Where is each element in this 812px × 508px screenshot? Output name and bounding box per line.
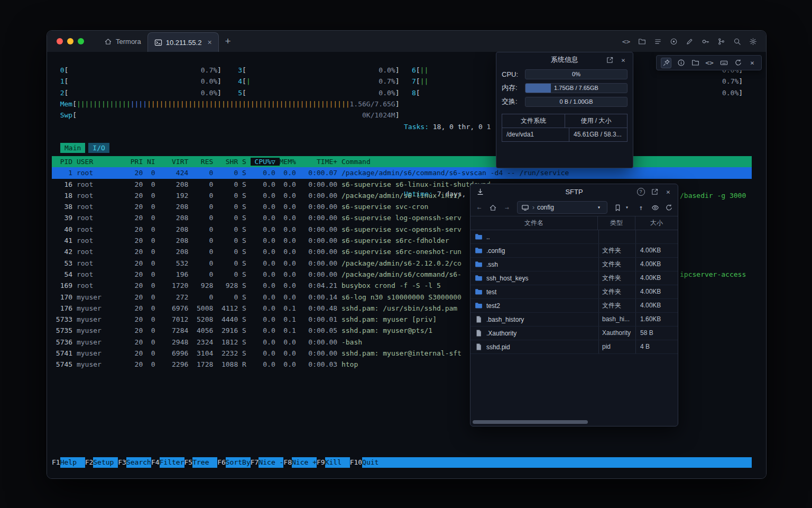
cpu-meter-line: 2[ 0.0%] 5[ 0.0%] 8[ 0.0%]: [52, 87, 743, 98]
fn-key[interactable]: F5: [184, 457, 193, 468]
cpu-meter-line: 1[ 0.0%] 4[| 0.7%] 7[|| 0.7%]: [52, 76, 743, 87]
file-row[interactable]: .config文件夹4.00KB: [470, 244, 678, 258]
file-row[interactable]: .XauthorityXauthority58 B: [470, 326, 678, 340]
file-row[interactable]: .bash_historybash_hi...1.60KB: [470, 313, 678, 326]
fn-key[interactable]: F9: [317, 457, 325, 468]
file-type: 文件夹: [598, 271, 635, 285]
code-icon[interactable]: <>: [622, 37, 631, 46]
column-header-type[interactable]: 类型: [597, 216, 635, 230]
fn-key[interactable]: F7: [251, 457, 259, 468]
fn-label[interactable]: Tree: [192, 457, 217, 468]
maximize-button[interactable]: [78, 38, 84, 44]
close-tab-icon[interactable]: ×: [207, 38, 211, 47]
tab-io[interactable]: I/O: [88, 143, 109, 153]
fn-label[interactable]: Help: [60, 457, 85, 468]
new-tab-button[interactable]: +: [219, 35, 237, 47]
file-size: 1.60KB: [635, 313, 678, 326]
help-icon[interactable]: ?: [636, 187, 645, 196]
home-icon: [104, 38, 112, 46]
close-icon[interactable]: ×: [748, 58, 757, 68]
code-icon[interactable]: <>: [705, 58, 714, 68]
keyboard-icon[interactable]: [719, 58, 728, 68]
file-size: 4 B: [635, 340, 678, 353]
folder-icon[interactable]: [690, 58, 700, 68]
log-icon[interactable]: [653, 37, 662, 46]
open-in-window-icon[interactable]: [605, 56, 614, 64]
fn-label[interactable]: Filter: [160, 457, 184, 468]
fn-key[interactable]: F4: [151, 457, 160, 468]
close-button[interactable]: [57, 38, 63, 44]
parent-directory-icon[interactable]: ↑: [637, 203, 645, 212]
branch-icon[interactable]: [717, 37, 726, 46]
fn-key[interactable]: F10: [350, 457, 362, 468]
tab-host-10-211-55-2[interactable]: 10.211.55.2 ×: [147, 32, 219, 52]
file-list: ...config文件夹4.00KB.ssh文件夹4.00KBssh_host_…: [470, 230, 678, 354]
minimize-button[interactable]: [67, 38, 73, 44]
file-name: .ssh: [486, 261, 498, 268]
folder-icon[interactable]: [638, 37, 647, 46]
filesystem-row[interactable]: /dev/vda1 45.61GB / 58.3...: [502, 128, 627, 141]
fn-key[interactable]: F3: [118, 457, 126, 468]
fn-key[interactable]: F6: [217, 457, 226, 468]
horizontal-scrollbar-thumb[interactable]: [473, 420, 588, 424]
file-row[interactable]: .ssh文件夹4.00KB: [470, 258, 678, 271]
file-type: 文件夹: [598, 244, 635, 257]
close-panel-icon[interactable]: ×: [619, 56, 628, 64]
fn-label[interactable]: Quit: [362, 457, 387, 468]
fn-key[interactable]: F2: [85, 457, 94, 468]
memory-meter-row: 内存: 1.75GB / 7.65GB: [496, 81, 633, 95]
swap-usage-bar: 0 B / 1.00GB: [525, 97, 628, 107]
tab-termora[interactable]: Termora: [98, 31, 147, 52]
refresh-icon[interactable]: [733, 58, 743, 68]
tab-main[interactable]: Main: [60, 143, 85, 153]
file-type: 文件夹: [598, 299, 635, 312]
file-name: .Xauthority: [486, 330, 516, 337]
file-table-header: 文件名 类型 大小: [470, 216, 678, 230]
edit-icon[interactable]: [685, 37, 694, 46]
file-row[interactable]: ssh_host_keys文件夹4.00KB: [470, 271, 678, 285]
fn-label[interactable]: Nice -: [259, 457, 283, 468]
terminal-view[interactable]: 0[ 0.7%] 3[ 0.0%] 6[|| 0.0%] 1[: [47, 52, 766, 478]
file-icon: [475, 329, 483, 337]
fn-label[interactable]: Kill: [325, 457, 350, 468]
pin-icon[interactable]: [661, 58, 671, 68]
fn-label[interactable]: Search: [126, 457, 151, 468]
process-row[interactable]: 1 root 20 0 424 0 0 S 0.0 0.0 0:00.07 /p…: [52, 167, 752, 178]
close-panel-icon[interactable]: ×: [664, 187, 672, 196]
back-icon[interactable]: ←: [475, 203, 483, 212]
column-header-size[interactable]: 大小: [635, 216, 678, 230]
path-selector[interactable]: › config ▾: [517, 201, 607, 214]
settings-icon[interactable]: [749, 37, 758, 46]
show-hidden-files-icon[interactable]: [651, 203, 659, 212]
forward-icon[interactable]: →: [503, 203, 511, 212]
command-overflow-text: ipcserver-access: [680, 269, 746, 280]
file-row[interactable]: test文件夹4.00KB: [470, 285, 678, 299]
record-icon[interactable]: [669, 37, 678, 46]
file-icon: [475, 343, 483, 351]
file-row[interactable]: sshd.pidpid4 B: [470, 340, 678, 354]
key-icon[interactable]: [701, 37, 710, 46]
file-row[interactable]: ..: [470, 230, 678, 244]
folder-icon: [475, 233, 483, 241]
fn-key[interactable]: F1: [52, 457, 60, 468]
window-controls: [57, 38, 84, 44]
fn-key[interactable]: F8: [283, 457, 292, 468]
file-name: .bash_history: [486, 316, 524, 323]
bookmark-dropdown[interactable]: ▾: [613, 203, 631, 212]
open-in-window-icon[interactable]: [650, 187, 659, 196]
computer-icon: [521, 203, 530, 212]
column-header-name[interactable]: 文件名: [470, 216, 597, 230]
command-overflow-text: /basedir -g 3000: [680, 190, 746, 201]
fn-label[interactable]: Nice +: [292, 457, 317, 468]
memory-meter: Mem[||||||||||||||||||||||||||||||||||||…: [52, 98, 743, 110]
horizontal-scrollbar[interactable]: [473, 420, 676, 424]
file-row[interactable]: test2文件夹4.00KB: [470, 299, 678, 313]
fn-bar-filler: [387, 457, 752, 468]
refresh-icon[interactable]: [665, 203, 673, 212]
folder-icon: [475, 302, 483, 310]
fn-label[interactable]: SortBy: [226, 457, 251, 468]
search-icon[interactable]: [733, 37, 742, 46]
info-icon[interactable]: [676, 58, 686, 68]
home-icon[interactable]: [489, 203, 497, 212]
fn-label[interactable]: Setup: [93, 457, 118, 468]
